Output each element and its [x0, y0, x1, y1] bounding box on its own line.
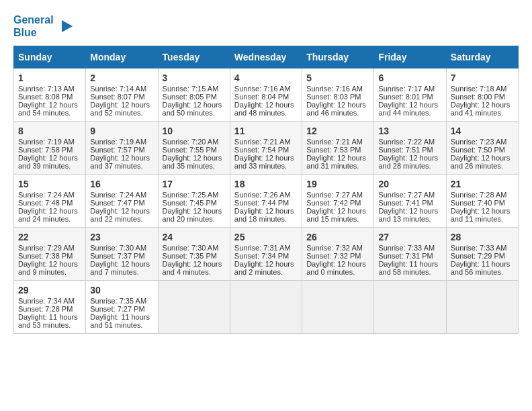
- calendar-week-row: 22Sunrise: 7:29 AMSunset: 7:38 PMDayligh…: [14, 228, 519, 281]
- calendar-cell: 1Sunrise: 7:13 AMSunset: 8:08 PMDaylight…: [14, 68, 86, 122]
- sunrise: Sunrise: 7:17 AM: [378, 85, 435, 93]
- daylight: Daylight: 12 hours and 48 minutes.: [234, 101, 294, 117]
- sunset: Sunset: 7:27 PM: [90, 305, 144, 313]
- calendar-cell: 10Sunrise: 7:20 AMSunset: 7:55 PMDayligh…: [158, 122, 230, 175]
- daylight: Daylight: 11 hours and 56 minutes.: [451, 260, 511, 276]
- calendar-week-row: 29Sunrise: 7:34 AMSunset: 7:28 PMDayligh…: [14, 281, 519, 334]
- day-number: 13: [378, 126, 441, 136]
- calendar-cell: 4Sunrise: 7:16 AMSunset: 8:04 PMDaylight…: [230, 68, 302, 122]
- sunset: Sunset: 7:40 PM: [451, 199, 505, 207]
- calendar-cell: 24Sunrise: 7:30 AMSunset: 7:35 PMDayligh…: [158, 228, 230, 281]
- day-header-saturday: Saturday: [446, 46, 518, 68]
- calendar-cell: 11Sunrise: 7:21 AMSunset: 7:54 PMDayligh…: [230, 122, 302, 175]
- daylight: Daylight: 12 hours and 0 minutes.: [306, 260, 366, 276]
- daylight: Daylight: 12 hours and 33 minutes.: [234, 154, 294, 170]
- calendar-cell: 6Sunrise: 7:17 AMSunset: 8:01 PMDaylight…: [374, 68, 446, 122]
- sunset: Sunset: 8:07 PM: [90, 93, 144, 101]
- calendar-week-row: 15Sunrise: 7:24 AMSunset: 7:48 PMDayligh…: [14, 175, 519, 228]
- sunrise: Sunrise: 7:27 AM: [378, 191, 435, 199]
- day-number: 29: [18, 285, 81, 295]
- calendar-cell: 25Sunrise: 7:31 AMSunset: 7:34 PMDayligh…: [230, 228, 302, 281]
- sunset: Sunset: 8:05 PM: [163, 93, 217, 101]
- day-number: 7: [451, 73, 514, 83]
- calendar-cell: 16Sunrise: 7:24 AMSunset: 7:47 PMDayligh…: [86, 175, 158, 228]
- daylight: Daylight: 12 hours and 18 minutes.: [234, 207, 294, 223]
- sunrise: Sunrise: 7:23 AM: [451, 138, 507, 146]
- sunrise: Sunrise: 7:18 AM: [451, 85, 507, 93]
- sunset: Sunset: 7:53 PM: [306, 146, 361, 154]
- sunset: Sunset: 7:32 PM: [306, 252, 361, 260]
- day-number: 20: [378, 179, 441, 189]
- sunrise: Sunrise: 7:24 AM: [90, 191, 146, 199]
- calendar-cell: 28Sunrise: 7:33 AMSunset: 7:29 PMDayligh…: [446, 228, 518, 281]
- day-header-sunday: Sunday: [14, 46, 86, 68]
- logo-line1: General: [13, 13, 54, 26]
- calendar-cell: [446, 281, 518, 334]
- day-number: 27: [378, 232, 441, 242]
- day-number: 24: [163, 232, 226, 242]
- calendar-cell: [158, 281, 230, 334]
- daylight: Daylight: 11 hours and 58 minutes.: [378, 260, 438, 276]
- sunset: Sunset: 7:58 PM: [18, 146, 73, 154]
- calendar-cell: 26Sunrise: 7:32 AMSunset: 7:32 PMDayligh…: [302, 228, 374, 281]
- sunrise: Sunrise: 7:19 AM: [18, 138, 75, 146]
- daylight: Daylight: 12 hours and 7 minutes.: [90, 260, 150, 276]
- sunset: Sunset: 7:42 PM: [306, 199, 361, 207]
- day-number: 28: [451, 232, 514, 242]
- day-number: 19: [306, 179, 369, 189]
- day-number: 26: [306, 232, 369, 242]
- calendar-cell: 17Sunrise: 7:25 AMSunset: 7:45 PMDayligh…: [158, 175, 230, 228]
- sunset: Sunset: 8:00 PM: [451, 93, 505, 101]
- daylight: Daylight: 12 hours and 44 minutes.: [378, 101, 438, 117]
- calendar-cell: 15Sunrise: 7:24 AMSunset: 7:48 PMDayligh…: [14, 175, 86, 228]
- day-number: 25: [234, 232, 298, 242]
- sunrise: Sunrise: 7:34 AM: [18, 297, 75, 305]
- sunset: Sunset: 7:44 PM: [234, 199, 289, 207]
- daylight: Daylight: 12 hours and 20 minutes.: [163, 207, 222, 223]
- calendar-header-row: SundayMondayTuesdayWednesdayThursdayFrid…: [14, 46, 519, 68]
- calendar-cell: 14Sunrise: 7:23 AMSunset: 7:50 PMDayligh…: [446, 122, 518, 175]
- daylight: Daylight: 12 hours and 50 minutes.: [163, 101, 222, 117]
- daylight: Daylight: 12 hours and 37 minutes.: [90, 154, 150, 170]
- sunset: Sunset: 7:50 PM: [451, 146, 505, 154]
- daylight: Daylight: 12 hours and 4 minutes.: [163, 260, 222, 276]
- day-header-wednesday: Wednesday: [230, 46, 302, 68]
- sunset: Sunset: 8:08 PM: [18, 93, 73, 101]
- daylight: Daylight: 12 hours and 13 minutes.: [378, 207, 438, 223]
- calendar-cell: [230, 281, 302, 334]
- calendar-cell: 30Sunrise: 7:35 AMSunset: 7:27 PMDayligh…: [86, 281, 158, 334]
- day-header-thursday: Thursday: [302, 46, 374, 68]
- daylight: Daylight: 11 hours and 51 minutes.: [90, 313, 150, 329]
- day-number: 3: [163, 73, 226, 83]
- sunrise: Sunrise: 7:26 AM: [234, 191, 291, 199]
- calendar-table: SundayMondayTuesdayWednesdayThursdayFrid…: [13, 46, 519, 334]
- daylight: Daylight: 12 hours and 9 minutes.: [18, 260, 78, 276]
- sunrise: Sunrise: 7:30 AM: [163, 244, 219, 252]
- sunrise: Sunrise: 7:35 AM: [90, 297, 146, 305]
- day-number: 11: [234, 126, 298, 136]
- logo-line2: Blue: [13, 26, 54, 39]
- day-number: 8: [18, 126, 81, 136]
- day-number: 15: [18, 179, 81, 189]
- daylight: Daylight: 12 hours and 26 minutes.: [451, 154, 511, 170]
- calendar-cell: 3Sunrise: 7:15 AMSunset: 8:05 PMDaylight…: [158, 68, 230, 122]
- day-number: 14: [451, 126, 514, 136]
- calendar-cell: 20Sunrise: 7:27 AMSunset: 7:41 PMDayligh…: [374, 175, 446, 228]
- daylight: Daylight: 11 hours and 53 minutes.: [18, 313, 78, 329]
- day-number: 21: [451, 179, 514, 189]
- sunrise: Sunrise: 7:16 AM: [306, 85, 363, 93]
- calendar-cell: 23Sunrise: 7:30 AMSunset: 7:37 PMDayligh…: [86, 228, 158, 281]
- daylight: Daylight: 12 hours and 54 minutes.: [18, 101, 78, 117]
- daylight: Daylight: 12 hours and 35 minutes.: [163, 154, 222, 170]
- sunset: Sunset: 7:28 PM: [18, 305, 73, 313]
- daylight: Daylight: 12 hours and 52 minutes.: [90, 101, 150, 117]
- calendar-cell: 12Sunrise: 7:21 AMSunset: 7:53 PMDayligh…: [302, 122, 374, 175]
- sunrise: Sunrise: 7:24 AM: [18, 191, 75, 199]
- daylight: Daylight: 12 hours and 22 minutes.: [90, 207, 150, 223]
- sunset: Sunset: 7:29 PM: [451, 252, 505, 260]
- daylight: Daylight: 12 hours and 24 minutes.: [18, 207, 78, 223]
- sunrise: Sunrise: 7:33 AM: [451, 244, 507, 252]
- daylight: Daylight: 12 hours and 2 minutes.: [234, 260, 294, 276]
- logo-text: General Blue: [13, 13, 54, 39]
- day-number: 1: [18, 73, 81, 83]
